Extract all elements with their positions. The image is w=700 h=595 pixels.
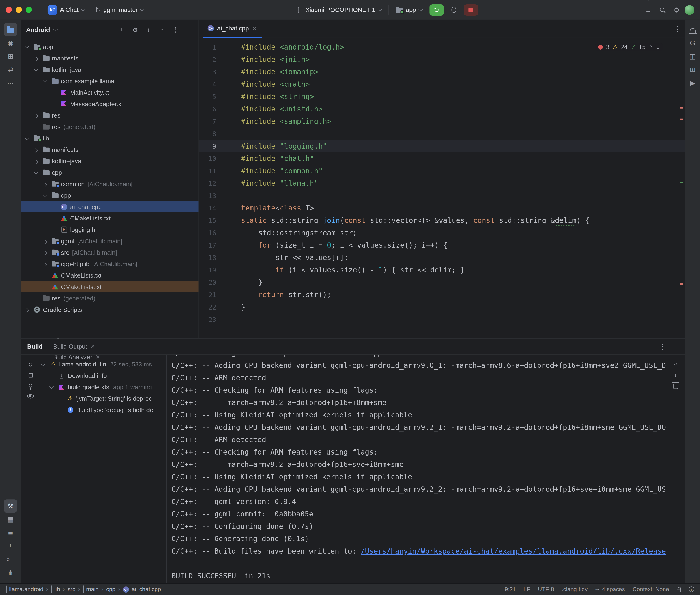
stop-build-icon[interactable] <box>25 370 36 380</box>
tree-item-cmakelists-txt[interactable]: CMakeLists.txt <box>22 270 199 281</box>
build-icon[interactable]: ⚒ <box>4 499 17 513</box>
code-line-7[interactable]: 7#include <sampling.h> <box>199 115 685 128</box>
scrollbar-mark[interactable] <box>679 283 683 285</box>
code-line-17[interactable]: 17 for (size_t i = 0; i < values.size();… <box>199 239 685 251</box>
running-devices-icon[interactable]: ▶ <box>686 76 699 89</box>
scrollbar-mark[interactable] <box>679 107 683 109</box>
chevron-down-icon[interactable] <box>43 78 47 83</box>
breadcrumb-lib[interactable]: lib <box>51 586 60 593</box>
chevron-right-icon[interactable] <box>43 262 47 267</box>
breadcrumb-llama-android[interactable]: llama.android <box>6 586 43 593</box>
code-line-21[interactable]: 21 return str.str(); <box>199 289 685 301</box>
tree-item-gradle-scripts[interactable]: GGradle Scripts <box>22 304 199 315</box>
code-line-15[interactable]: 15static std::string join(const std::vec… <box>199 214 685 227</box>
code-line-19[interactable]: 19 if (i < values.size() - 1) { str << d… <box>199 264 685 276</box>
close-tab-icon[interactable]: ✕ <box>90 343 95 349</box>
code-line-9[interactable]: 9#include "logging.h" <box>199 140 685 152</box>
project-view-title[interactable]: Android <box>26 26 50 33</box>
chevron-right-icon[interactable] <box>25 308 29 312</box>
code-line-23[interactable]: 23 <box>199 313 685 326</box>
code-line-20[interactable]: 20 } <box>199 276 685 289</box>
build-tab-build-output[interactable]: Build Output✕ <box>49 341 104 352</box>
notifications-icon[interactable] <box>686 23 699 36</box>
scrollbar-mark[interactable] <box>679 182 683 183</box>
user-avatar[interactable] <box>685 5 694 15</box>
more-tool-windows-icon[interactable]: ⋯ <box>4 76 17 89</box>
close-window-button[interactable] <box>6 7 12 13</box>
build-event-item[interactable]: build.gradle.ktsapp 1 warning <box>39 381 166 393</box>
todo-list-icon[interactable]: ≡ <box>642 4 654 16</box>
chevron-down-icon[interactable] <box>34 66 38 71</box>
structure-icon[interactable]: ⊞ <box>4 50 17 63</box>
device-manager-icon[interactable]: ◫ <box>686 50 699 63</box>
scrollbar-mark[interactable] <box>679 119 683 120</box>
build-console[interactable]: C/C++: -- Using KleidiAI optimized kerne… <box>167 355 685 583</box>
tree-item-cpp[interactable]: cpp <box>22 190 199 201</box>
build-window-title[interactable]: Build <box>27 343 43 350</box>
status-notifications[interactable]: i <box>689 587 694 592</box>
debug-button[interactable] <box>448 4 460 16</box>
version-control-icon[interactable]: ⋔ <box>4 566 17 579</box>
logcat-icon[interactable]: ≣ <box>4 526 17 539</box>
chevron-right-icon[interactable] <box>34 114 38 118</box>
tree-item-cmakelists-txt[interactable]: CMakeLists.txt <box>22 281 199 292</box>
previous-problem-icon[interactable]: ⌃ <box>649 45 653 50</box>
tree-item-kotlin-java[interactable]: kotlin+java <box>22 155 199 167</box>
chevron-right-icon[interactable] <box>43 239 47 244</box>
build-options-kebab[interactable]: ⋮ <box>659 343 666 350</box>
build-tab-sync[interactable]: Sync✕ <box>49 338 104 341</box>
tree-item-src[interactable]: src[AiChat.lib.main] <box>22 247 199 258</box>
breadcrumb-main[interactable]: main <box>83 586 99 593</box>
code-line-16[interactable]: 16 std::ostringstream str; <box>199 227 685 239</box>
hide-panel-icon[interactable]: — <box>184 24 194 35</box>
tree-item-ai-chat-cpp[interactable]: C+ai_chat.cpp <box>22 201 199 213</box>
next-problem-icon[interactable]: ⌄ <box>656 45 660 50</box>
editor-tab-ai-chat-cpp[interactable]: C+ ai_chat.cpp ✕ <box>203 20 262 38</box>
status-lock[interactable] <box>677 587 681 592</box>
inspections-widget[interactable]: 3 ⚠ 24 ✓ 15 ⌃ ⌄ <box>595 43 663 51</box>
stop-button[interactable] <box>464 4 478 16</box>
minimize-window-button[interactable] <box>16 7 22 13</box>
run-button[interactable]: ↻ <box>429 4 444 16</box>
tree-item-kotlin-java[interactable]: kotlin+java <box>22 64 199 75</box>
minimize-panel-icon[interactable]: — <box>673 343 679 350</box>
pin-tab-icon[interactable] <box>25 380 36 391</box>
chevron-right-icon[interactable] <box>34 159 38 164</box>
chevron-down-icon[interactable] <box>41 361 46 366</box>
soft-wrap-icon[interactable]: ↩ <box>670 359 681 370</box>
status-indent[interactable]: ⇥4 spaces <box>595 586 625 593</box>
chevron-down-icon[interactable] <box>25 135 29 140</box>
breadcrumb-ai-chat-cpp[interactable]: C+ai_chat.cpp <box>123 586 161 593</box>
clear-output-icon[interactable] <box>670 380 681 391</box>
tree-item-app[interactable]: app <box>22 41 199 52</box>
run-configuration-selector[interactable]: app <box>393 4 426 15</box>
close-tab-icon[interactable]: ✕ <box>252 25 257 32</box>
code-line-11[interactable]: 11#include "common.h" <box>199 165 685 177</box>
code-line-18[interactable]: 18 str << values[i]; <box>199 251 685 264</box>
close-tab-icon[interactable]: ✕ <box>70 338 75 339</box>
status-cursor-position[interactable]: 9:21 <box>505 586 516 593</box>
code-line-5[interactable]: 5#include <string> <box>199 90 685 103</box>
layout-inspector-icon[interactable]: ⊞ <box>686 63 699 76</box>
code-line-6[interactable]: 6#include <unistd.h> <box>199 103 685 115</box>
build-event-item[interactable]: ↓Download info <box>39 370 166 381</box>
breadcrumb-src[interactable]: src <box>68 586 75 593</box>
chevron-down-icon[interactable] <box>49 384 54 389</box>
zoom-window-button[interactable] <box>26 7 32 13</box>
status-line-ending[interactable]: LF <box>524 586 530 593</box>
status-encoding[interactable]: UTF-8 <box>538 586 554 593</box>
code-line-14[interactable]: 14template<class T> <box>199 202 685 214</box>
chevron-right-icon[interactable] <box>34 148 38 152</box>
add-icon[interactable]: + <box>117 24 127 35</box>
inspect-eye-icon[interactable] <box>25 391 36 401</box>
chevron-right-icon[interactable] <box>43 251 47 255</box>
search-everywhere-button[interactable] <box>656 4 669 16</box>
tree-item-com-example-llama[interactable]: com.example.llama <box>22 75 199 87</box>
status-clang-tidy[interactable]: .clang-tidy <box>562 586 588 593</box>
pull-requests-icon[interactable]: ⇄ <box>4 63 17 76</box>
device-explorer-icon[interactable]: ▦ <box>4 513 17 526</box>
tree-item-res[interactable]: res <box>22 110 199 121</box>
chevron-down-icon[interactable] <box>53 26 58 31</box>
build-event-item[interactable]: ⚠llama.android: fin22 sec, 583 ms <box>39 358 166 370</box>
tree-item-messageadapter-kt[interactable]: MessageAdapter.kt <box>22 98 199 110</box>
